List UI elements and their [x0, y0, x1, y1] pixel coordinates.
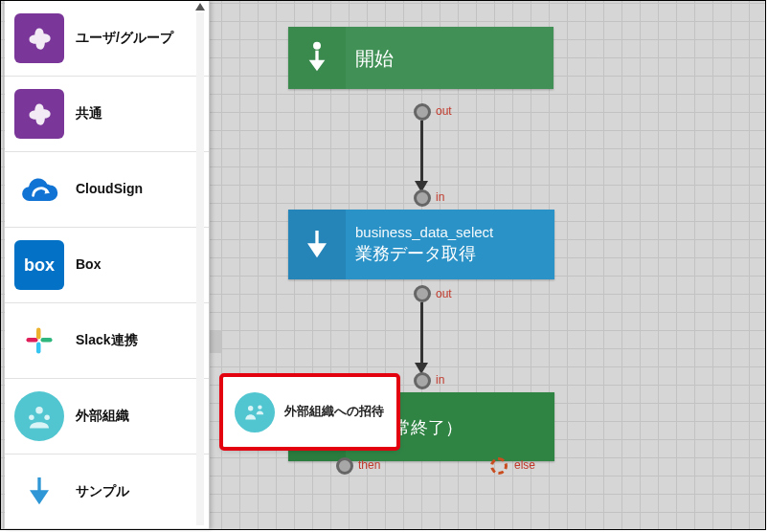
node-biz-subtitle: business_data_select	[355, 224, 493, 240]
sidebar-list: ユーザ/グループ 共通 CloudSig	[5, 1, 209, 529]
port-start-out[interactable]	[414, 103, 431, 121]
svg-point-3	[258, 405, 261, 409]
node-start-icon	[288, 27, 346, 89]
app-root: out in out in then else 開始 business_data…	[0, 0, 766, 530]
svg-rect-6	[36, 328, 41, 340]
port-biz-in[interactable]	[414, 189, 431, 207]
node-start-title: 開始	[355, 46, 394, 72]
sidebar: ユーザ/グループ 共通 CloudSig	[5, 1, 210, 529]
scroll-up-icon[interactable]	[195, 3, 205, 11]
sidebar-item-box[interactable]: box Box	[5, 228, 209, 303]
drop-card-external-invite[interactable]: 外部組織への招待	[222, 376, 397, 448]
slack-icon	[14, 316, 64, 366]
drop-card-label: 外部組織への招待	[284, 404, 384, 419]
svg-point-10	[44, 415, 50, 421]
port-label-end-then: then	[358, 458, 380, 472]
sidebar-item-label: Box	[76, 256, 101, 274]
port-label-biz-in: in	[436, 190, 444, 204]
sidebar-item-sample[interactable]: サンプル	[5, 454, 209, 529]
sidebar-item-label: CloudSign	[76, 181, 143, 198]
svg-point-0	[313, 41, 321, 49]
port-label-biz-out: out	[436, 287, 452, 300]
sidebar-item-label: サンプル	[76, 483, 129, 500]
scroll-track[interactable]	[196, 12, 204, 525]
node-start[interactable]: 開始	[288, 27, 553, 89]
node-biz-body: business_data_select 業務データ取得	[346, 210, 508, 279]
svg-point-2	[248, 405, 253, 410]
node-biz-title: 業務データ取得	[355, 242, 493, 265]
port-label-start-out: out	[436, 104, 452, 118]
svg-point-1	[242, 400, 267, 425]
svg-rect-4	[27, 338, 38, 343]
svg-rect-7	[36, 343, 41, 354]
sidebar-item-common[interactable]: 共通	[5, 77, 209, 152]
port-end-then[interactable]	[336, 457, 353, 475]
sidebar-item-label: Slack連携	[76, 332, 138, 349]
extorg-icon	[235, 392, 275, 432]
node-business-data-select[interactable]: business_data_select 業務データ取得	[288, 210, 554, 279]
sidebar-item-label: ユーザ/グループ	[76, 30, 173, 47]
box-icon: box	[14, 240, 64, 290]
port-label-end-in: in	[436, 373, 444, 387]
svg-point-8	[35, 407, 43, 414]
sidebar-item-label: 共通	[76, 105, 102, 122]
box-icon-text: box	[24, 255, 55, 276]
port-end-else[interactable]	[490, 457, 508, 475]
sidebar-item-label: 外部組織	[76, 408, 129, 425]
svg-point-9	[29, 415, 34, 421]
edge-biz-to-end	[420, 302, 423, 365]
acrobat-icon	[14, 13, 64, 63]
edge-start-to-biz	[420, 121, 423, 183]
sidebar-shadow-hint	[210, 330, 221, 353]
node-start-body: 開始	[346, 27, 409, 89]
sidebar-item-cloudsign[interactable]: CloudSign	[5, 152, 209, 228]
sidebar-item-extorg[interactable]: 外部組織	[5, 379, 209, 454]
sidebar-item-slack[interactable]: Slack連携	[5, 303, 209, 379]
port-biz-out[interactable]	[414, 285, 431, 302]
acrobat-icon	[14, 89, 64, 139]
extorg-icon	[14, 391, 64, 441]
svg-rect-5	[41, 338, 53, 343]
port-label-end-else: else	[514, 458, 535, 472]
sample-icon	[14, 467, 64, 517]
port-end-in[interactable]	[414, 372, 431, 389]
sidebar-item-users-groups[interactable]: ユーザ/グループ	[5, 1, 209, 77]
cloudsign-icon	[14, 165, 64, 214]
sidebar-scrollbar[interactable]	[193, 3, 207, 525]
node-biz-icon	[288, 210, 346, 279]
